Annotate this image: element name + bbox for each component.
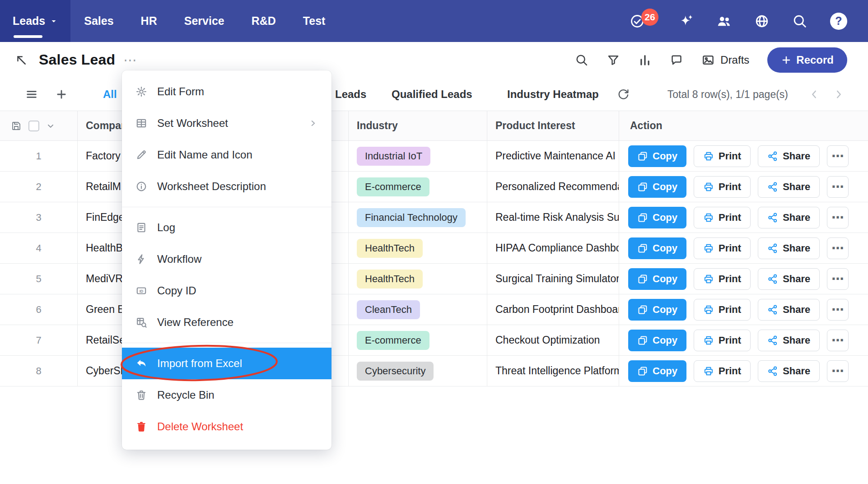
- add-record-button[interactable]: Record: [767, 47, 847, 73]
- industry-cell[interactable]: HealthTech: [349, 264, 487, 294]
- industry-cell[interactable]: Cybersecurity: [349, 356, 487, 386]
- print-button[interactable]: Print: [694, 299, 751, 321]
- print-button[interactable]: Print: [694, 330, 751, 351]
- industry-cell[interactable]: HealthTech: [349, 233, 487, 263]
- share-button[interactable]: Share: [758, 268, 820, 290]
- expand-icon[interactable]: [14, 53, 28, 67]
- industry-cell[interactable]: E-commerce: [349, 325, 487, 355]
- add-view-icon[interactable]: [55, 88, 68, 101]
- previous-page-icon[interactable]: [809, 88, 819, 101]
- print-button[interactable]: Print: [694, 145, 751, 167]
- select-all-checkbox[interactable]: [28, 121, 39, 131]
- worksheet-context-menu: Edit Form Set Worksheet Edit Name and Ic…: [122, 70, 331, 450]
- menu-item-log[interactable]: Log: [122, 212, 331, 243]
- row-more-button[interactable]: ⋯: [827, 176, 849, 198]
- product-interest-cell[interactable]: HIPAA Compliance Dashboard: [487, 233, 619, 263]
- print-button[interactable]: Print: [694, 176, 751, 198]
- menu-item-delete-worksheet[interactable]: Delete Worksheet: [122, 411, 331, 442]
- product-interest-cell[interactable]: Carbon Footprint Dashboard: [487, 294, 619, 325]
- product-interest-cell[interactable]: Personalized Recommendations: [487, 172, 619, 202]
- worksheet-menu-trigger[interactable]: ⋯: [123, 53, 137, 67]
- menu-item-edit-name-and-icon[interactable]: Edit Name and Icon: [122, 139, 331, 171]
- product-interest-cell[interactable]: Checkout Optimization: [487, 325, 619, 355]
- search-icon[interactable]: [792, 14, 807, 29]
- copy-button[interactable]: Copy: [628, 360, 686, 382]
- caret-down-icon: [50, 17, 58, 25]
- product-interest-cell[interactable]: Real-time Risk Analysis Suite: [487, 202, 619, 233]
- globe-icon[interactable]: [754, 14, 770, 29]
- copy-button[interactable]: Copy: [628, 330, 686, 351]
- print-button[interactable]: Print: [694, 268, 751, 290]
- product-interest-cell[interactable]: Predictive Maintenance AI: [487, 141, 619, 171]
- nav-tab-service[interactable]: Service: [171, 0, 238, 42]
- share-button[interactable]: Share: [758, 299, 820, 321]
- sparkles-icon[interactable]: [678, 14, 694, 29]
- industry-cell[interactable]: CleanTech: [349, 294, 487, 325]
- menu-item-copy-id[interactable]: ID Copy ID: [122, 275, 331, 307]
- row-more-button[interactable]: ⋯: [827, 360, 849, 382]
- comment-icon[interactable]: [670, 53, 683, 67]
- view-tab-all[interactable]: All: [103, 88, 117, 101]
- ellipsis-icon: ⋯: [831, 303, 844, 316]
- industry-cell[interactable]: Industrial IoT: [349, 141, 487, 171]
- row-more-button[interactable]: ⋯: [827, 207, 849, 228]
- copy-button[interactable]: Copy: [628, 145, 686, 167]
- drafts-button[interactable]: Drafts: [701, 53, 749, 67]
- ellipsis-icon: ⋯: [831, 273, 844, 285]
- menu-item-import-from-excel[interactable]: Import from Excel: [122, 348, 331, 379]
- print-icon: [703, 366, 714, 377]
- menu-item-edit-form[interactable]: Edit Form: [122, 76, 331, 107]
- row-more-button[interactable]: ⋯: [827, 268, 849, 290]
- info-icon: [135, 181, 147, 192]
- chart-icon[interactable]: [638, 53, 652, 67]
- copy-button[interactable]: Copy: [628, 237, 686, 259]
- copy-button[interactable]: Copy: [628, 268, 686, 290]
- print-button[interactable]: Print: [694, 237, 751, 259]
- next-page-icon[interactable]: [834, 88, 844, 101]
- nav-tab-test[interactable]: Test: [289, 0, 339, 42]
- industry-cell[interactable]: Financial Technology: [349, 202, 487, 233]
- chevron-down-icon[interactable]: [46, 121, 55, 130]
- nav-tab-rd[interactable]: R&D: [238, 0, 289, 42]
- share-button[interactable]: Share: [758, 207, 820, 228]
- save-icon[interactable]: [11, 121, 22, 131]
- share-button[interactable]: Share: [758, 176, 820, 198]
- row-more-button[interactable]: ⋯: [827, 330, 849, 351]
- search-icon[interactable]: [575, 53, 588, 67]
- share-button[interactable]: Share: [758, 237, 820, 259]
- row-more-button[interactable]: ⋯: [827, 145, 849, 167]
- copy-button[interactable]: Copy: [628, 207, 686, 228]
- industry-cell[interactable]: E-commerce: [349, 172, 487, 202]
- view-tab-industry-heatmap[interactable]: Industry Heatmap: [507, 88, 599, 101]
- refresh-icon[interactable]: [617, 88, 630, 101]
- view-tab-qualified-leads[interactable]: Qualified Leads: [392, 88, 472, 101]
- row-more-button[interactable]: ⋯: [827, 237, 849, 259]
- menu-item-set-worksheet[interactable]: Set Worksheet: [122, 107, 331, 139]
- help-icon[interactable]: ?: [830, 13, 847, 30]
- view-list-icon[interactable]: [25, 88, 38, 101]
- header-product-interest[interactable]: Product Interest: [487, 111, 619, 140]
- share-button[interactable]: Share: [758, 330, 820, 351]
- print-button[interactable]: Print: [694, 207, 751, 228]
- menu-item-worksheet-description[interactable]: Worksheet Description: [122, 171, 331, 202]
- menu-item-workflow[interactable]: Workflow: [122, 243, 331, 275]
- tasks-indicator[interactable]: 26: [630, 12, 656, 30]
- nav-tab-sales[interactable]: Sales: [70, 0, 127, 42]
- people-icon[interactable]: [716, 14, 732, 29]
- row-more-button[interactable]: ⋯: [827, 299, 849, 321]
- copy-button[interactable]: Copy: [628, 299, 686, 321]
- filter-icon[interactable]: [607, 53, 620, 67]
- industry-pill: Industrial IoT: [357, 147, 430, 166]
- view-tab-leads[interactable]: Leads: [335, 88, 366, 101]
- nav-tab-leads[interactable]: Leads: [0, 0, 70, 42]
- product-interest-cell[interactable]: Threat Intelligence Platform: [487, 356, 619, 386]
- header-industry[interactable]: Industry: [349, 111, 487, 140]
- product-interest-cell[interactable]: Surgical Training Simulator: [487, 264, 619, 294]
- share-button[interactable]: Share: [758, 360, 820, 382]
- copy-button[interactable]: Copy: [628, 176, 686, 198]
- print-button[interactable]: Print: [694, 360, 751, 382]
- nav-tab-hr[interactable]: HR: [127, 0, 171, 42]
- share-button[interactable]: Share: [758, 145, 820, 167]
- menu-item-recycle-bin[interactable]: Recycle Bin: [122, 379, 331, 411]
- menu-item-view-reference[interactable]: View Reference: [122, 307, 331, 338]
